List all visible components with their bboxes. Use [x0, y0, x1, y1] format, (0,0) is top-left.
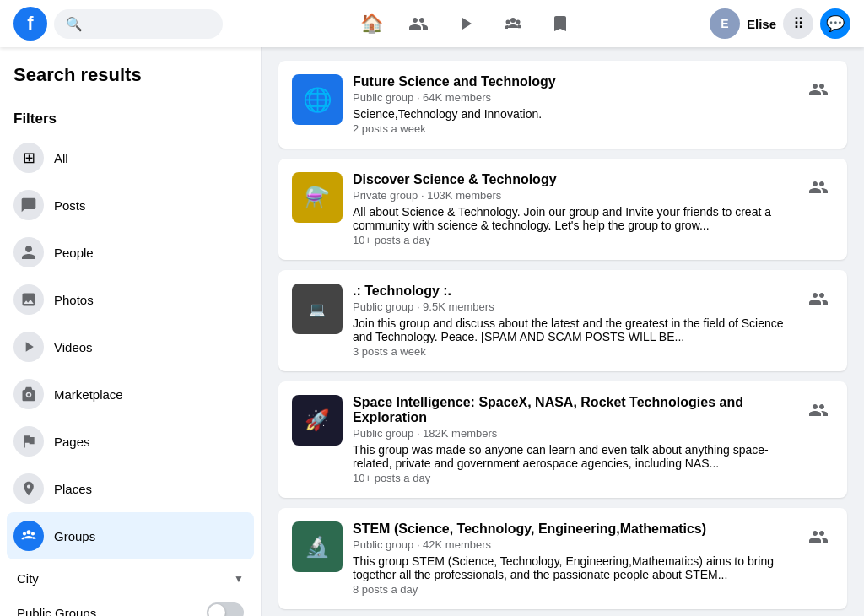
public-groups-toggle[interactable]: [207, 602, 244, 616]
group-desc-space-intelligence: This group was made so anyone can learn …: [353, 443, 793, 470]
photos-icon: [14, 284, 44, 315]
group-card-discover-science: ⚗️ Discover Science & Technology Private…: [278, 159, 847, 260]
nav-left: f 🔍 technology: [14, 7, 223, 41]
sidebar-item-label-posts: Posts: [54, 198, 86, 213]
group-desc-future-science: Science,Technology and Innovation.: [353, 107, 793, 121]
group-info-discover-science: Discover Science & Technology Private gr…: [353, 172, 793, 246]
app-launcher-button[interactable]: ⠿: [783, 8, 813, 39]
svg-point-2: [516, 20, 521, 24]
main-content: 🌐 Future Science and Technology Public g…: [262, 47, 864, 616]
group-avatar-technology: 💻: [292, 284, 343, 334]
search-box: 🔍 technology: [54, 9, 223, 39]
sub-filters: City ▼ Public Groups My Groups: [7, 559, 254, 616]
group-desc-technology: Join this group and discuss about the la…: [353, 316, 793, 343]
group-name-discover-science[interactable]: Discover Science & Technology: [353, 172, 793, 187]
friends-nav-button[interactable]: [398, 3, 439, 44]
group-meta-discover-science: Private group · 103K members: [353, 189, 793, 202]
videos-icon: [14, 332, 44, 362]
group-activity-discover-science: 10+ posts a day: [353, 234, 793, 246]
group-desc-stem: This group STEM (Science, Technology, En…: [353, 554, 793, 581]
svg-point-5: [31, 532, 35, 535]
svg-point-1: [506, 20, 510, 24]
group-meta-space-intelligence: Public group · 182K members: [353, 427, 793, 440]
group-activity-future-science: 2 posts a week: [353, 122, 793, 135]
group-desc-discover-science: All about Science & Technology. Join our…: [353, 205, 793, 232]
nav-right: E Elise ⠿ 💬: [710, 8, 850, 39]
top-nav: f 🔍 technology 🏠 E Elise ⠿ 💬: [0, 0, 864, 47]
main-layout: Search results Filters ⊞ All Posts Peopl…: [0, 47, 864, 616]
group-activity-stem: 8 posts a day: [353, 583, 793, 596]
sidebar-item-photos[interactable]: Photos: [7, 276, 254, 323]
svg-point-3: [27, 530, 31, 534]
group-avatar-stem: 🔬: [292, 521, 343, 572]
user-avatar[interactable]: E: [710, 8, 740, 39]
nav-center: 🏠: [223, 3, 710, 44]
user-name: Elise: [747, 17, 776, 31]
marketplace-icon: [14, 379, 44, 409]
sidebar-item-places[interactable]: Places: [7, 465, 254, 512]
sidebar-item-label-people: People: [54, 246, 94, 260]
watch-nav-button[interactable]: [446, 3, 486, 44]
sidebar-item-videos[interactable]: Videos: [7, 323, 254, 370]
group-info-space-intelligence: Space Intelligence: SpaceX, NASA, Rocket…: [353, 395, 793, 484]
sidebar-item-label-places: Places: [54, 482, 92, 496]
search-icon: 🔍: [66, 16, 83, 32]
groups-nav-button[interactable]: [493, 3, 533, 44]
sidebar-divider: [7, 100, 254, 100]
group-activity-technology: 3 posts a week: [353, 345, 793, 358]
group-meta-future-science: Public group · 64K members: [353, 91, 793, 104]
city-chevron-icon: ▼: [234, 573, 244, 585]
group-name-technology[interactable]: .: Technology :.: [353, 284, 793, 299]
city-filter-label: City: [17, 571, 39, 586]
sidebar-item-groups[interactable]: Groups: [7, 512, 254, 559]
group-info-technology: .: Technology :. Public group · 9.5K mem…: [353, 284, 793, 358]
pages-icon: [14, 426, 44, 457]
group-activity-space-intelligence: 10+ posts a day: [353, 472, 793, 484]
sidebar-item-label-videos: Videos: [54, 340, 93, 354]
group-name-space-intelligence[interactable]: Space Intelligence: SpaceX, NASA, Rocket…: [353, 395, 793, 425]
group-card-space-intelligence: 🚀 Space Intelligence: SpaceX, NASA, Rock…: [278, 381, 847, 498]
public-groups-label: Public Groups: [17, 606, 96, 617]
svg-point-0: [510, 18, 516, 23]
group-join-button-future-science[interactable]: [803, 74, 834, 105]
places-icon: [14, 473, 44, 504]
sidebar-item-label-all: All: [54, 151, 68, 165]
filters-label: Filters: [7, 107, 254, 134]
facebook-logo[interactable]: f: [14, 7, 47, 41]
messenger-button[interactable]: 💬: [820, 8, 850, 39]
group-avatar-space-intelligence: 🚀: [292, 395, 343, 446]
group-name-future-science[interactable]: Future Science and Technology: [353, 74, 793, 89]
svg-point-4: [23, 532, 26, 535]
sidebar-item-people[interactable]: People: [7, 229, 254, 276]
sidebar-item-posts[interactable]: Posts: [7, 181, 254, 229]
public-groups-filter-row[interactable]: Public Groups: [14, 594, 247, 616]
sidebar-item-label-photos: Photos: [54, 293, 94, 307]
sidebar: Search results Filters ⊞ All Posts Peopl…: [0, 47, 262, 616]
group-meta-stem: Public group · 42K members: [353, 538, 793, 551]
sidebar-item-label-groups: Groups: [54, 529, 95, 543]
sidebar-item-label-pages: Pages: [54, 435, 90, 449]
group-card-future-science: 🌐 Future Science and Technology Public g…: [278, 61, 847, 149]
posts-icon: [14, 190, 44, 220]
group-join-button-technology[interactable]: [803, 284, 834, 314]
groups-icon: [14, 521, 44, 551]
search-input[interactable]: technology: [88, 17, 214, 31]
sidebar-item-label-marketplace: Marketplace: [54, 387, 123, 402]
all-icon: ⊞: [14, 143, 44, 173]
saved-nav-button[interactable]: [540, 3, 580, 44]
sidebar-title: Search results: [7, 57, 254, 96]
group-name-stem[interactable]: STEM (Science, Technology, Engineering,M…: [353, 521, 793, 537]
sidebar-item-all[interactable]: ⊞ All: [7, 134, 254, 181]
sidebar-item-pages[interactable]: Pages: [7, 418, 254, 465]
home-nav-button[interactable]: 🏠: [351, 3, 392, 44]
group-card-stem: 🔬 STEM (Science, Technology, Engineering…: [278, 508, 847, 609]
sidebar-item-marketplace[interactable]: Marketplace: [7, 370, 254, 418]
people-icon: [14, 237, 44, 267]
group-join-button-space-intelligence[interactable]: [803, 395, 834, 425]
group-join-button-discover-science[interactable]: [803, 172, 834, 203]
city-filter-row[interactable]: City ▼: [14, 563, 247, 594]
group-join-button-stem[interactable]: [803, 521, 834, 552]
group-meta-technology: Public group · 9.5K members: [353, 300, 793, 313]
group-info-stem: STEM (Science, Technology, Engineering,M…: [353, 521, 793, 596]
group-card-technology: 💻 .: Technology :. Public group · 9.5K m…: [278, 270, 847, 371]
